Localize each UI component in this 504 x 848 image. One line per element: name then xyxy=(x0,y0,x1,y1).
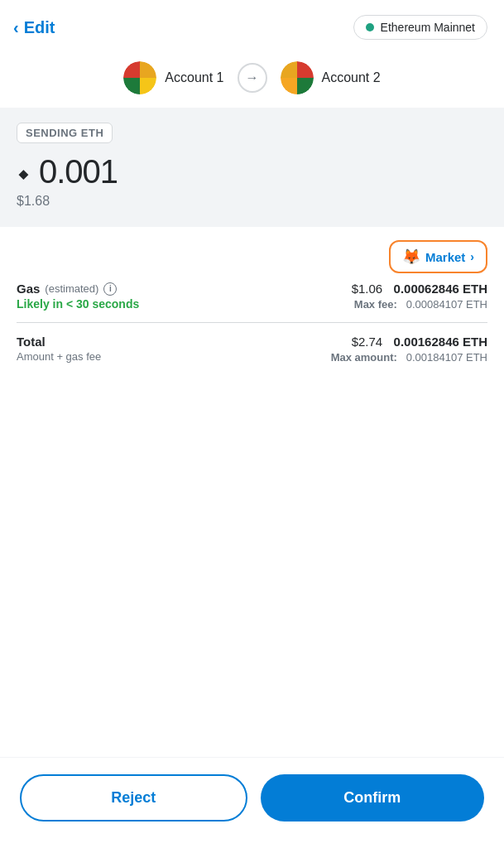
sending-label: SENDING ETH xyxy=(17,123,113,143)
max-fee-value: 0.00084107 ETH xyxy=(406,298,487,311)
confirm-button[interactable]: Confirm xyxy=(261,774,485,822)
usd-amount: $1.68 xyxy=(17,194,487,209)
arrow-icon: → xyxy=(246,70,259,85)
max-amount-value: 0.00184107 ETH xyxy=(406,351,487,364)
bottom-buttons: Reject Confirm xyxy=(0,757,504,848)
max-fee-label: Max fee: xyxy=(354,298,397,311)
header: ‹ Edit Ethereum Mainnet xyxy=(0,0,504,51)
from-account-label: Account 1 xyxy=(165,70,223,85)
total-eth: 0.00162846 ETH xyxy=(394,335,487,349)
gas-title-row: Gas (estimated) i xyxy=(17,282,139,296)
network-status-dot xyxy=(366,23,374,31)
market-label: Market xyxy=(425,250,465,264)
spacer xyxy=(0,380,504,757)
gas-title: Gas xyxy=(17,282,40,296)
market-button[interactable]: 🦊 Market › xyxy=(389,240,487,273)
total-section: Total Amount + gas fee $2.74 0.00162846 … xyxy=(0,335,504,380)
amount-gas-label: Amount + gas fee xyxy=(17,350,101,363)
total-right: $2.74 0.00162846 ETH Max amount: 0.00184… xyxy=(331,335,487,364)
total-title: Total xyxy=(17,335,101,349)
eth-icon: ⬥ xyxy=(17,159,31,186)
total-left: Total Amount + gas fee xyxy=(17,335,101,363)
divider xyxy=(17,322,487,323)
transfer-arrow: → xyxy=(238,63,267,93)
info-icon[interactable]: i xyxy=(103,282,117,296)
max-amount-row: Max amount: 0.00184107 ETH xyxy=(331,351,487,364)
network-badge[interactable]: Ethereum Mainnet xyxy=(353,15,487,40)
to-account-label: Account 2 xyxy=(322,70,381,85)
gas-usd: $1.06 xyxy=(352,282,383,296)
accounts-row: Account 1 → Account 2 xyxy=(0,51,504,108)
sending-section: SENDING ETH ⬥ 0.001 $1.68 xyxy=(0,108,504,227)
eth-amount: 0.001 xyxy=(39,153,118,190)
back-chevron-icon: ‹ xyxy=(13,18,19,37)
total-usd: $2.74 xyxy=(352,335,383,349)
from-account-avatar xyxy=(123,61,156,94)
network-label: Ethereum Mainnet xyxy=(381,21,475,34)
fox-icon: 🦊 xyxy=(402,248,420,266)
gas-left: Gas (estimated) i Likely in < 30 seconds xyxy=(17,282,139,311)
to-account-avatar xyxy=(281,61,314,94)
gas-section: 🦊 Market › Gas (estimated) i Likely in <… xyxy=(0,227,504,335)
gas-eth: 0.00062846 ETH xyxy=(394,282,487,296)
gas-right: $1.06 0.00062846 ETH Max fee: 0.00084107… xyxy=(352,282,487,311)
total-row: Total Amount + gas fee $2.74 0.00162846 … xyxy=(17,335,487,364)
to-account: Account 2 xyxy=(281,61,381,94)
gas-row: Gas (estimated) i Likely in < 30 seconds… xyxy=(17,282,487,311)
reject-button[interactable]: Reject xyxy=(20,774,247,822)
eth-amount-row: ⬥ 0.001 xyxy=(17,153,487,190)
from-account: Account 1 xyxy=(123,61,223,94)
gas-estimated: (estimated) xyxy=(45,282,98,295)
max-fee-row: Max fee: 0.00084107 ETH xyxy=(352,298,487,311)
back-label: Edit xyxy=(24,18,55,37)
max-amount-label: Max amount: xyxy=(331,351,397,364)
market-chevron-icon: › xyxy=(470,250,474,263)
likely-text: Likely in < 30 seconds xyxy=(17,297,139,311)
market-btn-row: 🦊 Market › xyxy=(17,240,487,273)
back-button[interactable]: ‹ Edit xyxy=(13,18,55,37)
